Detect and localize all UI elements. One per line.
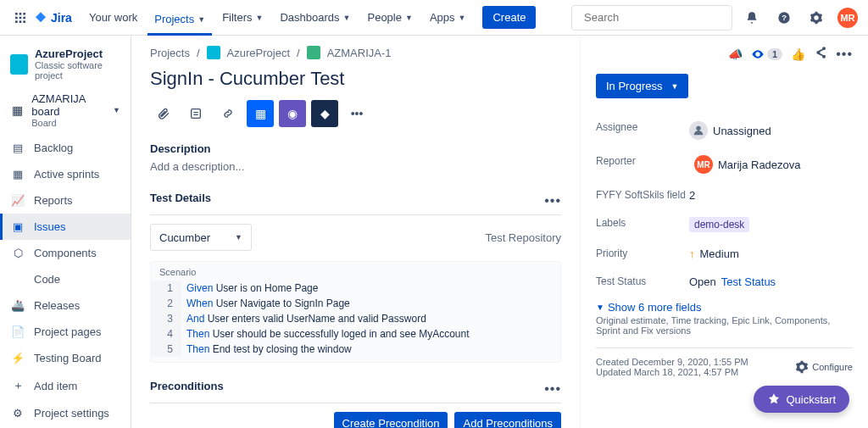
add-preconditions-button[interactable]: Add Preconditions (454, 412, 561, 428)
test-repository-link[interactable]: Test Repository (485, 231, 561, 244)
jira-logo[interactable]: Jira (34, 11, 72, 25)
help-icon[interactable]: ? (771, 5, 797, 31)
sidebar-item-add-item[interactable]: ＋Add item (0, 371, 131, 400)
scenario-label: Scenario (151, 267, 560, 281)
test-details-menu[interactable]: ••• (544, 193, 561, 208)
chevron-down-icon: ▼ (256, 14, 264, 22)
scenario-editor[interactable]: Scenario 1Given User is on Home Page2Whe… (150, 261, 561, 363)
vote-icon[interactable]: 👍 (791, 47, 805, 61)
sidebar-item-testing-board[interactable]: ⚡Testing Board (0, 345, 131, 371)
person-icon (689, 121, 708, 140)
nav-people[interactable]: People▼ (360, 8, 419, 27)
sidebar-item-code[interactable]: Code (0, 266, 131, 292)
project-sidebar: AzureProjectClassic software project ▦AZ… (0, 36, 131, 428)
sidebar-item-issues[interactable]: ▣Issues (0, 214, 131, 240)
code-line: 3And User enters valid UserName and vali… (151, 311, 560, 326)
chevron-down-icon: ▼ (459, 14, 466, 22)
create-precondition-button[interactable]: Create Precondition (334, 412, 448, 428)
test-status-label: Test Status (596, 275, 689, 288)
status-button[interactable]: In Progress▼ (596, 74, 688, 98)
issue-title[interactable]: SignIn - Cucumber Test (150, 68, 561, 90)
reporter-value[interactable]: MRMarija Radezova (689, 155, 853, 174)
page-icon: 📄 (10, 325, 25, 338)
addon-1-button[interactable]: ▦ (247, 100, 274, 127)
nav-dashboards[interactable]: Dashboards▼ (273, 8, 357, 27)
sidebar-item-releases[interactable]: 🚢Releases (0, 292, 131, 319)
configure-button[interactable]: Configure (795, 357, 853, 377)
watch-button[interactable]: 1 (751, 47, 782, 61)
chart-icon: 📈 (10, 194, 25, 207)
project-header[interactable]: AzureProjectClassic software project (0, 42, 131, 86)
addon-3-button[interactable]: ◆ (311, 100, 338, 127)
board-icon: ▦ (10, 168, 25, 181)
settings-icon[interactable] (804, 5, 829, 31)
issue-actions-menu[interactable]: ••• (836, 47, 853, 62)
reporter-avatar: MR (694, 155, 713, 174)
sidebar-item-active-sprints[interactable]: ▦Active sprints (0, 161, 131, 187)
app-switcher-icon[interactable] (10, 8, 31, 28)
sidebar-item-label: Issues (34, 220, 66, 233)
show-more-fields[interactable]: ▼Show 6 more fields (596, 301, 853, 314)
component-icon: ⬡ (10, 247, 25, 259)
nav-your-work[interactable]: Your work (82, 8, 144, 27)
priority-icon: ↑ (689, 247, 695, 260)
link-button[interactable] (214, 100, 242, 127)
svg-rect-2 (23, 13, 25, 15)
custom-field-value[interactable]: 2 (689, 189, 853, 202)
chevron-down-icon: ▼ (113, 106, 120, 114)
issue-main: Projects/ AzureProject/ AZMARIJA-1 SignI… (131, 36, 580, 428)
project-type: Classic software project (35, 60, 120, 81)
sidebar-item-reports[interactable]: 📈Reports (0, 187, 131, 214)
svg-rect-6 (15, 20, 18, 23)
nav-apps[interactable]: Apps▼ (423, 8, 473, 27)
attach-button[interactable] (150, 100, 177, 127)
code-line: 1Given User is on Home Page (151, 281, 560, 296)
svg-rect-13 (192, 109, 201, 119)
sidebar-item-project-settings[interactable]: ⚙Project settings (0, 400, 131, 426)
search-box[interactable] (571, 5, 732, 31)
chevron-down-icon: ▼ (198, 15, 205, 24)
code-line: 5Then End test by closing the window (151, 342, 560, 357)
reporter-label: Reporter (596, 155, 689, 174)
create-button[interactable]: Create (482, 6, 536, 29)
sidebar-item-project-pages[interactable]: 📄Project pages (0, 319, 131, 345)
board-selector[interactable]: ▦AZMARIJA boardBoard ▼ (0, 86, 131, 135)
sidebar-item-components[interactable]: ⬡Components (0, 240, 131, 266)
notifications-icon[interactable] (739, 5, 765, 31)
test-status-value[interactable]: Open Test Status (689, 275, 853, 288)
preconditions-label: Preconditions (150, 380, 224, 392)
sidebar-item-label: Releases (34, 299, 80, 312)
breadcrumb-projects[interactable]: Projects (150, 47, 190, 59)
project-name: AzureProject (35, 47, 120, 60)
more-actions-button[interactable]: ••• (343, 100, 370, 127)
sidebar-item-label: Add item (34, 380, 77, 392)
breadcrumb-key[interactable]: AZMARIJA-1 (327, 47, 392, 59)
addon-2-button[interactable]: ◉ (279, 100, 306, 127)
preconditions-menu[interactable]: ••• (544, 381, 561, 397)
breadcrumb-project[interactable]: AzureProject (227, 47, 290, 59)
user-avatar[interactable]: MR (837, 8, 858, 28)
search-input[interactable] (584, 11, 726, 24)
top-nav: Jira Your work Projects▼ Filters▼ Dashbo… (0, 0, 868, 36)
bolt-icon: ⚡ (10, 352, 25, 364)
share-icon[interactable] (814, 46, 827, 62)
child-issue-button[interactable] (182, 100, 209, 127)
priority-value[interactable]: ↑Medium (689, 247, 853, 260)
nav-filters[interactable]: Filters▼ (215, 8, 270, 27)
code-line: 4Then User should be successfully loged … (151, 326, 560, 342)
svg-rect-8 (23, 20, 25, 23)
sidebar-item-label: Active sprints (34, 168, 99, 181)
svg-rect-1 (19, 13, 22, 15)
sidebar-item-backlog[interactable]: ▤Backlog (0, 135, 131, 161)
feedback-icon[interactable]: 📣 (728, 47, 743, 61)
quickstart-button[interactable]: Quickstart (754, 386, 849, 413)
custom-field-label: FYFY SoftSkils field (596, 189, 689, 202)
assignee-value[interactable]: Unassigned (689, 121, 853, 140)
nav-projects[interactable]: Projects▼ (147, 9, 212, 36)
updated-date: Updated March 18, 2021, 4:57 PM (596, 367, 748, 377)
sidebar-item-label: Code (34, 273, 60, 286)
test-type-select[interactable]: Cucumber▼ (150, 224, 252, 251)
labels-value[interactable]: demo-desk (689, 217, 853, 232)
description-field[interactable]: Add a description... (150, 160, 561, 173)
svg-rect-5 (23, 16, 25, 19)
